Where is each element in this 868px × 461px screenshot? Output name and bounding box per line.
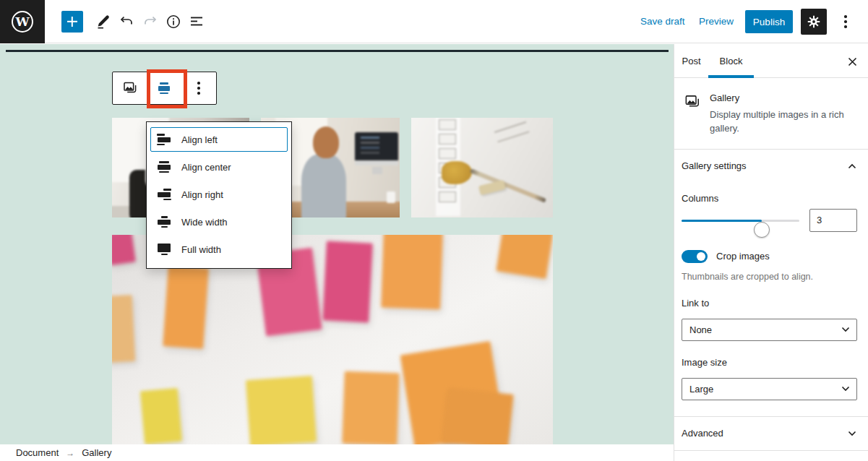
link-to-select[interactable]: None (682, 319, 857, 341)
wordpress-logo-button[interactable]: W (0, 0, 45, 43)
wide-width-icon (157, 215, 171, 229)
block-toolbar (112, 72, 217, 105)
menu-item-label: Full width (181, 244, 221, 255)
kebab-icon (844, 20, 847, 23)
close-sidebar-button[interactable] (845, 54, 859, 69)
alignment-dropdown-menu: Align left Align center Align right Wide… (146, 121, 292, 269)
image-size-value: Large (689, 384, 713, 395)
info-icon (165, 13, 182, 30)
pencil-icon (95, 13, 112, 30)
undo-icon (118, 13, 135, 30)
columns-slider-thumb[interactable] (754, 222, 770, 238)
modes-pencil-button[interactable] (95, 13, 112, 30)
chevron-down-icon (848, 431, 856, 436)
breadcrumb-gallery[interactable]: Gallery (82, 447, 111, 458)
menu-item-align-center[interactable]: Align center (147, 153, 291, 181)
crop-help-text: Thumbnails are cropped to align. (682, 272, 857, 282)
gear-icon (806, 14, 822, 30)
breadcrumb: Document → Gallery (0, 444, 674, 461)
redo-button[interactable] (142, 13, 159, 30)
menu-item-label: Wide width (181, 217, 228, 228)
gallery-settings-panel-header[interactable]: Gallery settings (674, 150, 868, 183)
list-view-icon (188, 13, 205, 30)
tab-block[interactable]: Block (708, 44, 754, 78)
panel-title: Gallery settings (682, 160, 747, 171)
close-icon (847, 56, 858, 67)
tab-post[interactable]: Post (674, 44, 708, 78)
advanced-panel-header[interactable]: Advanced (674, 417, 868, 450)
redo-icon (142, 13, 159, 30)
crop-images-control: Crop images (682, 250, 868, 263)
align-right-icon (157, 187, 171, 202)
preview-button[interactable]: Preview (699, 16, 734, 27)
more-options-button[interactable] (837, 13, 854, 30)
breadcrumb-document[interactable]: Document (16, 447, 59, 458)
columns-slider[interactable] (682, 220, 799, 222)
link-to-label: Link to (674, 282, 868, 314)
columns-control (682, 210, 857, 231)
undo-button[interactable] (118, 13, 135, 30)
panel-title: Advanced (682, 428, 723, 439)
sidebar-tabs: Post Block (674, 44, 868, 78)
post-title-rule (6, 50, 669, 52)
link-to-value: None (689, 324, 712, 335)
wordpress-logo-icon: W (12, 11, 33, 33)
slider-fill (682, 220, 762, 222)
columns-label: Columns (674, 183, 868, 210)
publish-button[interactable]: Publish (745, 10, 793, 33)
crop-images-toggle[interactable] (682, 250, 708, 263)
editor-top-bar: W (0, 0, 868, 43)
kebab-icon (190, 79, 207, 97)
block-card-description: Display multiple images in a rich galler… (710, 108, 847, 136)
gallery-block-icon (683, 92, 702, 111)
gallery-image-3[interactable] (411, 118, 553, 217)
block-card: Gallery Display multiple images in a ric… (674, 78, 868, 150)
full-width-icon (157, 242, 171, 257)
menu-item-align-left[interactable]: Align left (147, 126, 291, 153)
menu-item-label: Align right (181, 189, 223, 200)
crop-images-label: Crop images (716, 251, 770, 262)
menu-item-wide-width[interactable]: Wide width (147, 208, 291, 236)
settings-sidebar: Post Block Gallery Display multiple imag… (674, 44, 868, 461)
list-view-button[interactable] (188, 13, 205, 30)
align-icon (157, 81, 171, 95)
breadcrumb-arrow: → (66, 448, 74, 458)
editor-canvas: Align left Align center Align right Wide… (0, 44, 674, 461)
block-options-button[interactable] (181, 72, 216, 104)
wordpress-block-editor: W (0, 0, 868, 461)
image-size-select[interactable]: Large (682, 378, 857, 400)
divider (674, 450, 868, 451)
menu-item-align-right[interactable]: Align right (147, 181, 291, 208)
block-inserter-button[interactable] (61, 11, 83, 33)
change-alignment-button[interactable] (147, 72, 182, 104)
columns-number-input[interactable] (809, 209, 857, 232)
settings-button[interactable] (801, 9, 827, 35)
align-left-icon (157, 132, 171, 147)
gallery-block-icon (121, 79, 139, 97)
menu-item-label: Align left (181, 134, 218, 145)
align-center-icon (157, 160, 171, 174)
chevron-down-icon (841, 386, 850, 392)
save-draft-button[interactable]: Save draft (640, 16, 685, 27)
menu-item-full-width[interactable]: Full width (147, 236, 291, 263)
image-size-label: Image size (674, 341, 868, 374)
details-button[interactable] (165, 13, 182, 30)
chevron-down-icon (841, 327, 850, 332)
menu-item-label: Align center (181, 162, 231, 173)
block-card-title: Gallery (710, 92, 847, 103)
chevron-up-icon (848, 163, 856, 169)
gallery-block-handle-button[interactable] (113, 72, 147, 104)
